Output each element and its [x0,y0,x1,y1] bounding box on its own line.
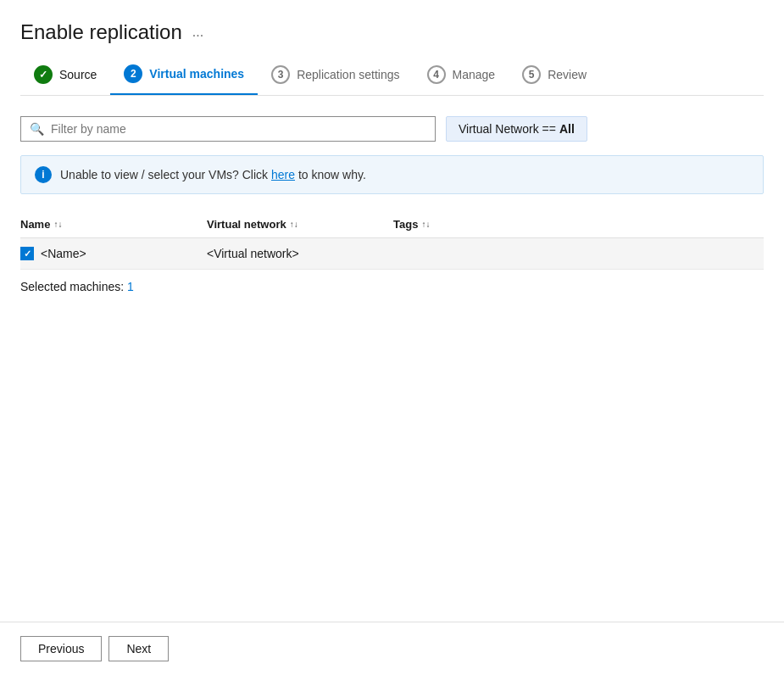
col-name-label: Name [20,218,50,231]
info-banner-text: Unable to view / select your VMs? Click … [60,168,366,181]
search-icon: 🔍 [30,122,44,136]
step-manage-circle: 4 [427,65,446,84]
info-banner-suffix: to know why. [295,168,366,181]
step-replication-settings-circle: 3 [271,65,290,84]
vnet-badge-value: All [559,122,575,136]
wizard-footer: Previous Next [0,622,784,675]
previous-button[interactable]: Previous [20,636,102,661]
col-name-header[interactable]: Name ↑↓ [20,218,207,231]
step-source-label: Source [59,68,97,81]
step-replication-settings[interactable]: 3 Replication settings [258,59,413,94]
table-row[interactable]: <Name> <Virtual network> [20,238,764,270]
info-banner: i Unable to view / select your VMs? Clic… [20,155,764,194]
col-tags-sort-icon[interactable]: ↑↓ [421,220,430,229]
selected-machines-info: Selected machines: 1 [20,280,764,293]
step-virtual-machines[interactable]: 2 Virtual machines [110,58,258,95]
row-vnet-cell: <Virtual network> [207,247,393,260]
vnet-filter-badge[interactable]: Virtual Network == All [446,116,587,142]
step-review-circle: 5 [522,65,541,84]
col-vnet-label: Virtual network [207,218,286,231]
step-virtual-machines-circle: 2 [124,64,142,83]
filter-input[interactable] [51,122,426,136]
page-title: Enable replication ... [20,20,764,44]
row-name-value: <Name> [41,247,86,260]
step-virtual-machines-label: Virtual machines [149,67,244,81]
vm-table: Name ↑↓ Virtual network ↑↓ Tags ↑↓ <Name… [20,211,764,270]
page-title-ellipsis: ... [192,25,203,40]
row-name-cell: <Name> [20,247,207,260]
filter-input-wrapper[interactable]: 🔍 [20,116,436,142]
vnet-badge-label: Virtual Network == [459,122,556,136]
next-button[interactable]: Next [108,636,169,661]
col-tags-label: Tags [393,218,418,231]
step-review-label: Review [548,68,587,81]
table-header: Name ↑↓ Virtual network ↑↓ Tags ↑↓ [20,211,764,238]
row-vnet-value: <Virtual network> [207,247,299,260]
page-title-text: Enable replication [20,20,182,44]
col-vnet-sort-icon[interactable]: ↑↓ [290,220,298,229]
selected-machines-label: Selected machines: [20,280,124,293]
filter-row: 🔍 Virtual Network == All [20,116,764,142]
step-source[interactable]: ✓ Source [20,59,110,94]
wizard-steps: ✓ Source 2 Virtual machines 3 Replicatio… [20,58,764,96]
info-icon: i [35,166,52,183]
info-banner-link[interactable]: here [271,168,295,181]
step-manage-label: Manage [453,68,496,81]
col-tags-header[interactable]: Tags ↑↓ [393,218,764,231]
row-checkbox[interactable] [20,247,34,260]
selected-machines-count: 1 [127,280,134,293]
step-review[interactable]: 5 Review [509,59,600,94]
col-vnet-header[interactable]: Virtual network ↑↓ [207,218,393,231]
step-manage[interactable]: 4 Manage [414,59,509,94]
step-source-circle: ✓ [34,65,53,84]
step-replication-settings-label: Replication settings [297,68,399,81]
col-name-sort-icon[interactable]: ↑↓ [53,220,62,229]
info-banner-prefix: Unable to view / select your VMs? Click [60,168,271,181]
